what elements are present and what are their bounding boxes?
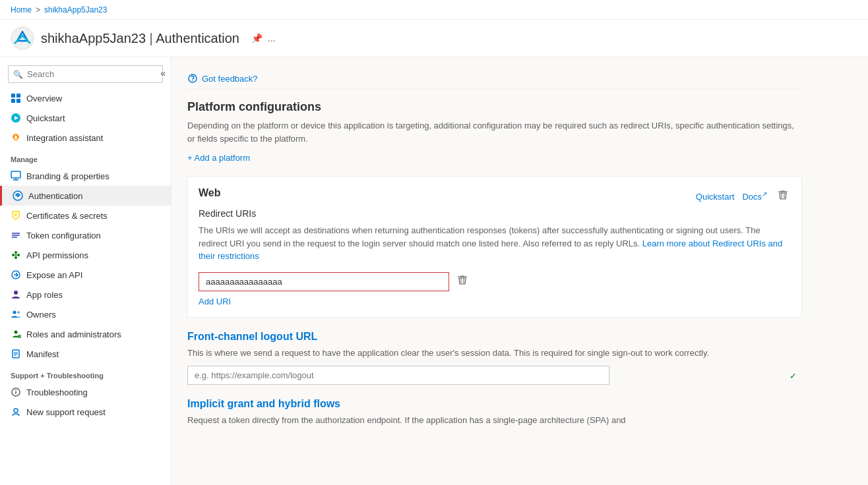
sidebar-item-label: Authentication <box>28 191 82 201</box>
sidebar-item-troubleshooting[interactable]: Troubleshooting <box>0 382 171 402</box>
sidebar-item-token[interactable]: Token configuration <box>0 225 171 245</box>
breadcrumb-home[interactable]: Home <box>11 5 32 14</box>
feedback-icon <box>187 73 198 84</box>
sidebar-item-label: Owners <box>26 310 56 320</box>
svg-point-37 <box>14 409 18 413</box>
sidebar-item-certificates[interactable]: Certificates & secrets <box>0 206 171 225</box>
svg-point-0 <box>11 27 34 49</box>
platform-name-wrap: Web <box>199 187 220 199</box>
quickstart-link[interactable]: Quickstart <box>696 192 735 202</box>
sidebar-item-label: Certificates & secrets <box>26 211 108 221</box>
rocket-icon <box>11 132 21 143</box>
svg-point-36 <box>15 389 16 391</box>
svg-point-39 <box>192 80 193 81</box>
platform-name: Web <box>199 187 220 199</box>
front-channel-title: Front-channel logout URL <box>187 331 802 343</box>
app-header: shikhaApp5Jan23 | Authentication 📌 ... <box>0 20 868 57</box>
feedback-label[interactable]: Got feedback? <box>202 74 258 84</box>
sidebar-item-overview[interactable]: Overview <box>0 88 171 108</box>
svg-point-28 <box>15 331 18 334</box>
auth-icon <box>13 190 23 201</box>
sidebar-item-authentication[interactable]: Authentication <box>0 186 171 206</box>
sidebar-item-label: Manifest <box>26 349 59 359</box>
external-link-icon: ↗ <box>762 190 767 198</box>
platform-subtitle: Redirect URIs <box>199 208 791 219</box>
svg-point-11 <box>16 194 19 197</box>
svg-point-38 <box>189 74 197 82</box>
breadcrumb-app[interactable]: shikhaApp5Jan23 <box>44 5 107 14</box>
sidebar-item-label: Expose an API <box>26 270 82 280</box>
front-channel-desc: This is where we send a request to have … <box>187 347 802 360</box>
sidebar-item-label: Overview <box>26 94 62 103</box>
svg-rect-29 <box>18 335 21 338</box>
sidebar-item-owners[interactable]: Owners <box>0 304 171 324</box>
api-icon <box>11 250 21 260</box>
add-platform-button[interactable]: + Add a platform <box>187 153 802 163</box>
sidebar-item-manifest[interactable]: Manifest <box>0 344 171 364</box>
add-uri-button[interactable]: Add URI <box>199 297 791 306</box>
implicit-grant-title: Implicit grant and hybrid flows <box>187 398 802 410</box>
manifest-icon <box>11 349 21 359</box>
owners-icon <box>11 309 21 320</box>
check-icon: ✓ <box>790 370 797 380</box>
troubleshoot-icon <box>11 387 21 397</box>
docs-link[interactable]: Docs↗ <box>742 190 767 202</box>
token-icon <box>11 230 21 241</box>
more-icon[interactable]: ... <box>268 33 276 43</box>
uri-input-row <box>199 272 791 291</box>
search-icon: 🔍 <box>13 70 23 79</box>
grid-icon <box>11 93 21 103</box>
logout-url-wrap: ✓ <box>187 366 802 385</box>
sidebar-item-label: API permissions <box>26 250 88 260</box>
svg-point-25 <box>14 291 18 295</box>
search-input[interactable] <box>8 65 163 83</box>
app-title: shikhaApp5Jan23 | Authentication <box>41 31 239 46</box>
sidebar-item-integration[interactable]: Integration assistant <box>0 128 171 148</box>
svg-rect-15 <box>12 235 20 236</box>
sidebar-item-api-permissions[interactable]: API permissions <box>0 245 171 265</box>
header-actions: 📌 ... <box>251 33 276 43</box>
sidebar-item-expose-api[interactable]: Expose an API <box>0 265 171 285</box>
platform-description: The URIs we will accept as destinations … <box>199 224 791 263</box>
expose-icon <box>11 270 21 280</box>
app-icon <box>11 26 34 50</box>
feedback-bar[interactable]: Got feedback? <box>187 68 802 90</box>
delete-uri-button[interactable] <box>454 272 470 291</box>
sidebar-item-label: Quickstart <box>26 113 65 123</box>
svg-rect-7 <box>11 171 20 178</box>
content-inner: Got feedback? Platform configurations De… <box>171 57 818 444</box>
search-container: 🔍 « <box>8 65 163 83</box>
logout-url-input[interactable] <box>187 366 609 385</box>
content-area: Got feedback? Platform configurations De… <box>171 57 868 485</box>
sidebar-item-roles-admins[interactable]: Roles and administrators <box>0 324 171 344</box>
support-section-label: Support + Troubleshooting <box>0 364 171 382</box>
sidebar-item-branding[interactable]: Branding & properties <box>0 166 171 186</box>
collapse-button[interactable]: « <box>160 68 166 78</box>
pin-icon[interactable]: 📌 <box>251 33 263 43</box>
svg-point-27 <box>17 311 20 314</box>
web-platform-card: Web Quickstart Docs↗ Redirect URIs T <box>187 176 802 318</box>
sidebar-item-label: Branding & properties <box>26 171 109 181</box>
sidebar-item-label: Token configuration <box>26 231 101 241</box>
implicit-grant-desc: Request a token directly from the author… <box>187 414 802 427</box>
delete-platform-button[interactable] <box>775 187 791 206</box>
svg-rect-1 <box>11 94 15 98</box>
sidebar-item-label: Roles and administrators <box>26 329 121 339</box>
svg-rect-2 <box>16 94 20 98</box>
sidebar-item-new-support[interactable]: New support request <box>0 402 171 422</box>
platform-header: Web Quickstart Docs↗ <box>199 187 791 206</box>
sidebar: 🔍 « Overview Quickstart Integration assi… <box>0 57 171 485</box>
platform-actions: Quickstart Docs↗ <box>696 187 791 206</box>
sidebar-item-label: App roles <box>26 290 63 300</box>
svg-point-26 <box>13 311 16 314</box>
quickstart-icon <box>11 113 21 123</box>
sidebar-item-app-roles[interactable]: App roles <box>0 285 171 304</box>
branding-icon <box>11 171 21 181</box>
redirect-uri-input[interactable] <box>199 272 449 291</box>
sidebar-item-quickstart[interactable]: Quickstart <box>0 108 171 128</box>
cert-icon <box>11 210 21 221</box>
sidebar-item-label: Troubleshooting <box>26 387 88 397</box>
breadcrumb-separator: > <box>36 5 40 14</box>
platform-configs-desc: Depending on the platform or device this… <box>187 119 802 145</box>
svg-rect-16 <box>12 237 17 238</box>
